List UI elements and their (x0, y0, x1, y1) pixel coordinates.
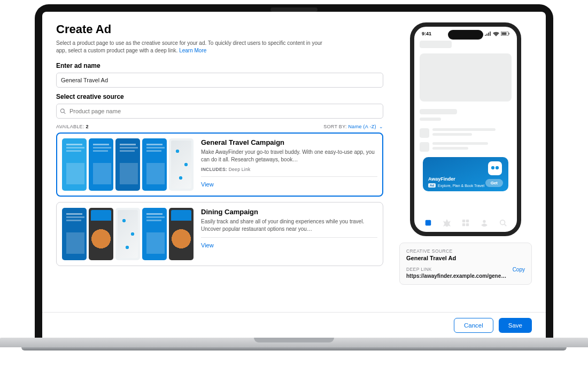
screenshot-thumb (62, 138, 87, 191)
signal-wifi-battery-icon (485, 31, 509, 36)
svg-line-1 (64, 112, 66, 114)
copy-link[interactable]: Copy (513, 267, 525, 272)
ad-name-label: Enter ad name (56, 62, 383, 69)
creative-source-info-value: General Travel Ad (406, 255, 525, 261)
banner-app-name: AwayFinder (428, 176, 455, 182)
laptop-base (0, 338, 588, 358)
screenshot-thumb (115, 138, 140, 191)
tab-apps-icon (462, 219, 469, 227)
svg-rect-6 (462, 220, 465, 222)
creative-card-general-travel[interactable]: General Travel Campaign Make AwayFinder … (56, 133, 383, 197)
page-subtitle: Select a product page to use as the crea… (56, 40, 334, 54)
save-button[interactable]: Save (499, 318, 532, 333)
tab-today-icon (424, 219, 432, 227)
svg-point-0 (60, 109, 64, 113)
card-title: General Travel Campaign (201, 138, 377, 146)
footer-bar: Cancel Save (42, 312, 546, 338)
svg-rect-8 (462, 223, 465, 226)
svg-rect-7 (466, 220, 469, 222)
info-panel: CREATIVE SOURCE General Travel Ad DEEP L… (399, 243, 532, 285)
ad-name-input[interactable] (56, 73, 383, 88)
laptop-frame: Create Ad Select a product page to use a… (35, 4, 553, 338)
banner-tagline: Ad Explore, Plan & Book Travel (428, 183, 484, 188)
chevron-down-icon: ⌄ (379, 124, 383, 129)
app-screen: Create Ad Select a product page to use a… (42, 12, 546, 338)
screenshot-thumb (142, 208, 167, 260)
phone-tabbar (414, 216, 517, 230)
phone-preview: 9:41 (410, 22, 521, 236)
card-description: Make AwayFinder your go-to travel buddy.… (201, 149, 377, 163)
preview-column: 9:41 (399, 22, 532, 312)
available-count: AVAILABLE: 2 (56, 124, 89, 129)
screenshot-thumb (89, 138, 113, 191)
svg-rect-4 (509, 33, 510, 35)
thumbnail-strip (62, 208, 194, 260)
main-column: Create Ad Select a product page to use a… (56, 22, 383, 312)
creative-source-info-label: CREATIVE SOURCE (406, 248, 525, 254)
svg-point-10 (483, 220, 486, 223)
screenshot-thumb (169, 138, 194, 191)
screenshot-thumb (142, 138, 167, 191)
view-link[interactable]: View (201, 181, 377, 188)
thumbnail-strip (62, 138, 194, 191)
card-includes: INCLUDES: Deep Link (201, 167, 377, 172)
ad-banner-preview: AwayFinder Ad Explore, Plan & Book Trave… (423, 157, 508, 191)
screenshot-thumb (169, 208, 194, 260)
screenshot-thumb (62, 208, 87, 260)
card-description: Easily track and share all of your dinin… (201, 218, 377, 233)
search-icon (60, 108, 66, 114)
page-title: Create Ad (56, 22, 383, 36)
app-icon (488, 161, 502, 175)
creative-search-input[interactable] (56, 104, 383, 119)
phone-notch (448, 30, 483, 40)
svg-rect-9 (466, 223, 469, 226)
cancel-button[interactable]: Cancel (454, 318, 493, 333)
deep-link-url: https://awayfinder.example.com/generaltr… (406, 273, 507, 279)
svg-line-12 (505, 224, 507, 227)
screenshot-thumb (89, 208, 113, 260)
sort-control[interactable]: SORT BY: Name (A -Z) ⌄ (323, 124, 383, 129)
svg-rect-5 (425, 220, 431, 226)
tab-search-icon (499, 219, 507, 227)
deep-link-label: DEEP LINK (406, 267, 432, 272)
svg-point-11 (500, 220, 505, 225)
tab-arcade-icon (481, 219, 488, 227)
learn-more-link[interactable]: Learn More (179, 48, 206, 53)
card-title: Dining Campaign (201, 208, 377, 216)
svg-rect-3 (502, 33, 507, 35)
screenshot-thumb (115, 208, 140, 260)
creative-card-dining[interactable]: Dining Campaign Easily track and share a… (56, 202, 383, 266)
creative-source-label: Select creative source (56, 93, 383, 100)
get-button: Get (485, 179, 503, 187)
view-link[interactable]: View (201, 242, 377, 248)
tab-games-icon (443, 219, 451, 227)
